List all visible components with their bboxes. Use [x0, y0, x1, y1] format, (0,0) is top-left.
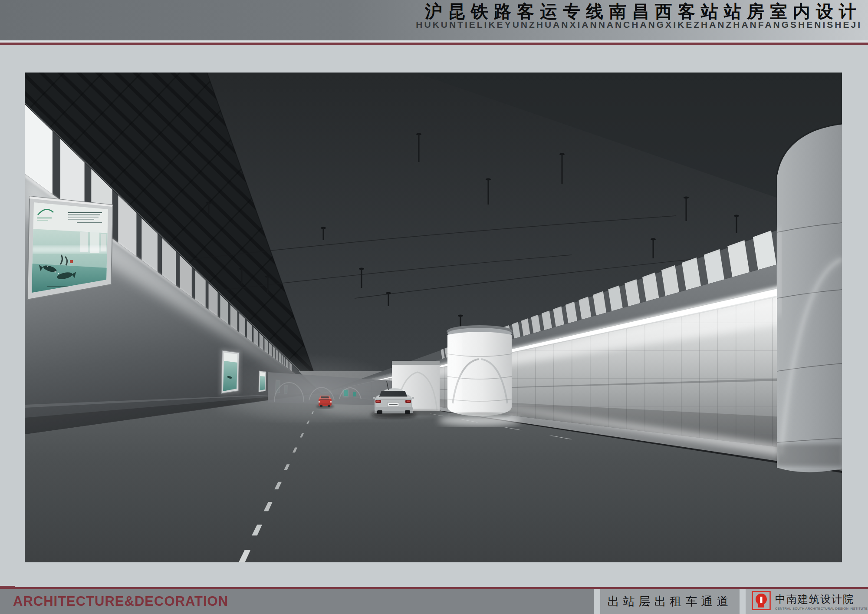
- footer: ARCHITECTURE&DECORATION 出站层出租车通道 中南建筑设计院…: [0, 589, 868, 614]
- institute-name-en: CENTRAL-SOUTH ARCHITECTURAL DESIGN INSTI…: [775, 607, 868, 611]
- institute-name-cn: 中南建筑设计院: [775, 592, 868, 606]
- page-subtitle: HUKUNTIELIKEYUNZHUANXIANNANCHANGXIKEZHAN…: [416, 20, 862, 30]
- institute-block: 中南建筑设计院 CENTRAL-SOUTH ARCHITECTURAL DESI…: [746, 589, 868, 614]
- header: 沪昆铁路客运专线南昌西客站站房室内设计 HUKUNTIELIKEYUNZHUAN…: [0, 0, 868, 40]
- institute-names: 中南建筑设计院 CENTRAL-SOUTH ARCHITECTURAL DESI…: [775, 592, 868, 611]
- footer-brand-block: ARCHITECTURE&DECORATION: [0, 589, 594, 614]
- column-middle: [438, 325, 521, 426]
- billboard-large: [27, 196, 113, 300]
- column-right-large: [777, 124, 842, 472]
- page-title: 沪昆铁路客运专线南昌西客站站房室内设计: [416, 2, 862, 21]
- brand-text: ARCHITECTURE&DECORATION: [13, 594, 228, 609]
- rendering-image: [25, 73, 842, 562]
- distance-haze: [220, 353, 402, 427]
- header-accent-rule: [0, 43, 868, 45]
- presentation-board: 沪昆铁路客运专线南昌西客站站房室内设计 HUKUNTIELIKEYUNZHUAN…: [0, 0, 868, 614]
- view-label: 出站层出租车通道: [608, 594, 733, 609]
- tunnel-scene: [25, 73, 842, 562]
- csadi-red-emblem-icon: [752, 591, 771, 612]
- view-label-block: 出站层出租车通道: [600, 589, 740, 614]
- header-titles: 沪昆铁路客运专线南昌西客站站房室内设计 HUKUNTIELIKEYUNZHUAN…: [416, 2, 862, 30]
